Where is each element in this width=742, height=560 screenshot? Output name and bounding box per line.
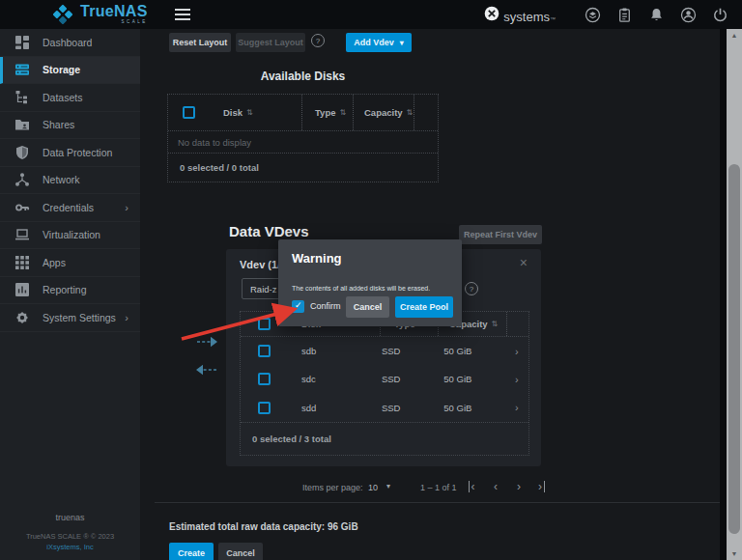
- ixsystems-link[interactable]: iXsystems, Inc: [0, 542, 140, 552]
- empty-table-message: No data to display: [168, 131, 438, 154]
- available-disks-selection-count: 0 selected / 0 total: [168, 154, 438, 182]
- add-vdev-label: Add Vdev: [354, 38, 394, 47]
- alerts-bell-icon[interactable]: [648, 7, 665, 23]
- disk-name: sdd: [301, 403, 316, 413]
- sidebar-item-data-protection[interactable]: Data Protection: [0, 139, 140, 167]
- sidebar-item-label: Shares: [43, 119, 74, 130]
- move-left-arrow[interactable]: [194, 364, 217, 376]
- sidebar-item-datasets[interactable]: Datasets: [0, 84, 140, 112]
- brand-name: TrueNAS: [80, 4, 148, 19]
- sidebar-item-reporting[interactable]: Reporting: [0, 277, 140, 305]
- dialog-cancel-button[interactable]: Cancel: [346, 296, 389, 318]
- dialog-title: Warning: [292, 251, 342, 266]
- previous-page-button[interactable]: ‹: [494, 481, 498, 492]
- items-per-page-value[interactable]: 10: [368, 483, 378, 492]
- sidebar-item-credentials[interactable]: Credentials ›: [0, 194, 140, 222]
- reporting-chart-icon: [14, 282, 30, 297]
- vdev-help-icon[interactable]: ?: [465, 282, 478, 295]
- sidebar-item-label: Dashboard: [43, 37, 92, 48]
- sort-icon: ⇅: [339, 108, 346, 117]
- disk-capacity: 50 GiB: [433, 346, 504, 356]
- sidebar-item-storage[interactable]: Storage: [0, 57, 140, 85]
- truecommand-icon[interactable]: [585, 7, 601, 23]
- disk-row[interactable]: sdd SSD 50 GiB ›: [241, 394, 528, 422]
- sidebar-item-network[interactable]: Network: [0, 167, 140, 195]
- create-pool-button[interactable]: Create Pool: [395, 296, 453, 318]
- scroll-down-icon[interactable]: ▼: [727, 550, 742, 557]
- items-per-page-label: Items per page:: [302, 483, 363, 492]
- close-vdev-icon[interactable]: ×: [520, 255, 528, 270]
- ix-mark-icon: [484, 6, 499, 21]
- row-expand-chevron-icon[interactable]: ›: [505, 402, 528, 413]
- available-disks-table: Disk ⇅ Type ⇅ Capacity ⇅ No data to disp…: [167, 94, 439, 182]
- sidebar-item-label: Reporting: [43, 284, 87, 295]
- first-page-button[interactable]: ‹: [469, 481, 475, 492]
- disk-name: sdb: [301, 346, 316, 356]
- row-checkbox[interactable]: [258, 373, 271, 385]
- sidebar-item-system-settings[interactable]: System Settings ›: [0, 304, 140, 332]
- disk-row[interactable]: sdc SSD 50 GiB ›: [241, 365, 528, 393]
- truenas-logo[interactable]: TrueNAS SCALE: [52, 4, 148, 25]
- row-checkbox[interactable]: [258, 345, 271, 357]
- disk-capacity: 50 GiB: [433, 374, 504, 384]
- data-vdevs-heading: Data VDevs: [229, 223, 309, 239]
- disk-type: SSD: [368, 374, 433, 384]
- footer-divider: [155, 502, 720, 503]
- datasets-icon: [14, 90, 30, 105]
- sidebar-item-label: Network: [43, 174, 80, 185]
- menu-toggle-icon[interactable]: [175, 9, 190, 20]
- hostname: truenas: [0, 512, 140, 525]
- ixsystems-logo: systems ™: [484, 6, 556, 24]
- estimated-capacity-text: Estimated total raw data capacity: 96 Gi…: [169, 521, 358, 532]
- sidebar-item-dashboard[interactable]: Dashboard: [0, 29, 140, 57]
- sidebar-item-apps[interactable]: Apps: [0, 249, 140, 277]
- next-page-button[interactable]: ›: [517, 481, 521, 492]
- create-button[interactable]: Create: [169, 543, 214, 560]
- page-range: 1 – 1 of 1: [420, 483, 457, 492]
- trademark: ™: [550, 16, 556, 22]
- disk-name: sdc: [301, 374, 316, 384]
- column-header-disk[interactable]: Disk: [223, 107, 243, 118]
- row-expand-chevron-icon[interactable]: ›: [505, 346, 528, 357]
- items-per-page-caret-icon[interactable]: ▾: [386, 482, 390, 490]
- scrollbar-thumb[interactable]: [728, 164, 740, 534]
- column-header-capacity[interactable]: Capacity: [364, 107, 403, 118]
- add-vdev-button[interactable]: Add Vdev ▾: [346, 33, 412, 52]
- expand-chevron-icon: ›: [125, 312, 128, 323]
- select-all-checkbox[interactable]: [183, 106, 195, 119]
- confirm-label: Confirm: [310, 301, 341, 311]
- last-page-button[interactable]: ›: [538, 481, 545, 492]
- power-icon[interactable]: [712, 7, 728, 23]
- sidebar-item-shares[interactable]: Shares: [0, 112, 140, 140]
- layout-select-value: Raid-z: [250, 284, 276, 294]
- help-icon[interactable]: ?: [311, 34, 325, 47]
- sidebar-item-label: Apps: [43, 257, 66, 268]
- caret-down-icon: ▾: [400, 39, 404, 47]
- vertical-scrollbar[interactable]: ▲ ▼: [727, 29, 742, 560]
- suggest-layout-button[interactable]: Suggest Layout: [236, 33, 305, 52]
- sidebar-item-label: Virtualization: [43, 229, 100, 240]
- truenas-app: TrueNAS SCALE systems ™: [0, 0, 742, 560]
- storage-icon: [14, 62, 30, 77]
- key-icon: [14, 200, 30, 215]
- ixsystems-label: systems: [503, 10, 550, 24]
- cancel-button[interactable]: Cancel: [218, 543, 263, 560]
- row-expand-chevron-icon[interactable]: ›: [505, 374, 528, 385]
- row-checkbox[interactable]: [258, 402, 271, 414]
- account-icon[interactable]: [680, 7, 697, 23]
- jobs-icon[interactable]: [616, 7, 633, 23]
- annotation-arrow: [177, 300, 308, 345]
- column-header-type[interactable]: Type: [315, 107, 335, 118]
- disk-type: SSD: [368, 403, 433, 413]
- expand-chevron-icon: ›: [125, 202, 128, 213]
- sort-icon: ⇅: [246, 108, 253, 117]
- reset-layout-button[interactable]: Reset Layout: [169, 33, 231, 52]
- repeat-first-vdev-button[interactable]: Repeat First Vdev: [459, 225, 542, 244]
- laptop-icon: [14, 227, 30, 242]
- dialog-message: The contents of all added disks will be …: [292, 285, 430, 292]
- sidebar-item-virtualization[interactable]: Virtualization: [0, 222, 140, 250]
- network-icon: [14, 172, 30, 187]
- shares-folder-icon: [14, 117, 30, 132]
- sort-icon: ⇅: [407, 108, 414, 117]
- scroll-up-icon[interactable]: ▲: [727, 32, 742, 39]
